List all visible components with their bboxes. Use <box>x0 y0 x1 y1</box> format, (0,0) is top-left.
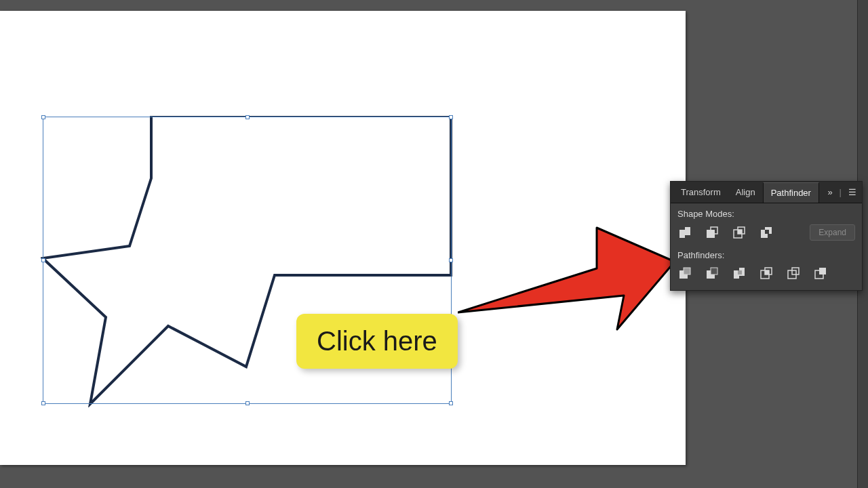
shape-modes-row: Expand <box>671 220 862 247</box>
tab-align[interactable]: Align <box>728 182 763 202</box>
minus-front-icon[interactable] <box>705 225 719 240</box>
trim-icon[interactable] <box>705 266 719 281</box>
panel-tab-strip: Transform Align Pathfinder » | ☰ <box>671 182 862 203</box>
canvas-artboard[interactable]: Click here <box>0 11 686 465</box>
svg-rect-8 <box>711 268 717 274</box>
instruction-callout: Click here <box>296 314 458 369</box>
separator: | <box>840 187 842 197</box>
shape-modes-label: Shape Modes: <box>671 203 862 220</box>
panel-collapse-icon[interactable]: » <box>825 186 835 199</box>
divide-icon[interactable] <box>677 266 692 281</box>
expand-label: Expand <box>818 228 846 237</box>
svg-rect-6 <box>684 268 690 274</box>
pathfinder-panel: Transform Align Pathfinder » | ☰ Shape M… <box>670 181 863 291</box>
svg-rect-12 <box>765 270 769 274</box>
svg-rect-4 <box>738 230 742 234</box>
outline-icon[interactable] <box>786 266 801 281</box>
crop-icon[interactable] <box>759 266 774 281</box>
instruction-arrow-icon <box>458 224 675 333</box>
expand-button[interactable]: Expand <box>810 224 855 241</box>
exclude-icon[interactable] <box>759 225 774 240</box>
intersect-icon[interactable] <box>732 225 747 240</box>
tab-pathfinder[interactable]: Pathfinder <box>763 182 819 203</box>
merge-icon[interactable] <box>732 266 747 281</box>
svg-rect-9 <box>738 270 742 274</box>
tab-label: Transform <box>681 187 721 197</box>
pathfinders-row <box>671 262 862 290</box>
minus-back-icon[interactable] <box>813 266 828 281</box>
unite-icon[interactable] <box>677 225 692 240</box>
svg-rect-15 <box>819 268 826 274</box>
pathfinders-label: Pathfinders: <box>671 247 862 262</box>
tab-label: Align <box>736 187 755 197</box>
tab-transform[interactable]: Transform <box>673 182 728 202</box>
callout-text: Click here <box>317 326 437 356</box>
tab-label: Pathfinder <box>771 188 811 198</box>
svg-rect-14 <box>792 268 799 274</box>
panel-menu-icon[interactable]: ☰ <box>846 186 859 199</box>
